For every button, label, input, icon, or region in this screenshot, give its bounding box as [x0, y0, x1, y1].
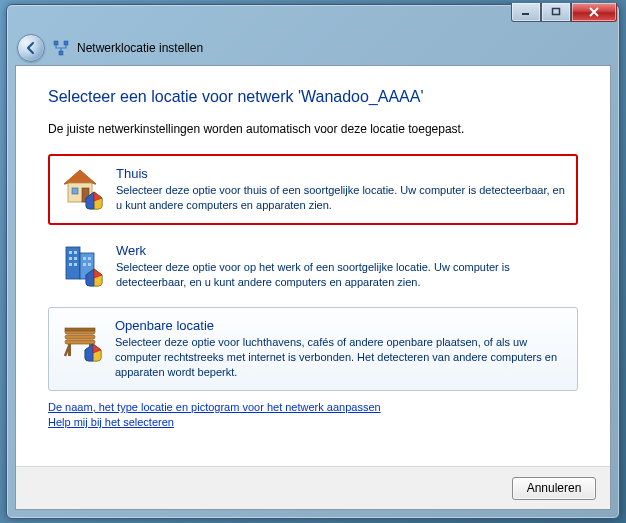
option-home[interactable]: Thuis Selecteer deze optie voor thuis of…: [48, 154, 578, 225]
svg-rect-10: [66, 247, 80, 279]
minimize-button[interactable]: [511, 3, 541, 22]
maximize-icon: [551, 7, 561, 17]
svg-rect-20: [83, 263, 86, 266]
svg-rect-3: [64, 41, 68, 45]
link-customize[interactable]: De naam, het type locatie en pictogram v…: [48, 401, 578, 413]
option-public[interactable]: Openbare locatie Selecteer deze optie vo…: [48, 307, 578, 391]
svg-rect-12: [69, 251, 72, 254]
svg-rect-1: [553, 9, 560, 15]
svg-rect-15: [74, 257, 77, 260]
window-controls: [511, 3, 617, 22]
close-button[interactable]: [571, 3, 617, 22]
svg-rect-24: [65, 340, 95, 344]
option-work[interactable]: Werk Selecteer deze optie voor op het we…: [48, 231, 578, 302]
dialog-window: Netwerklocatie instellen Selecteer een l…: [6, 4, 620, 519]
svg-rect-17: [74, 263, 77, 266]
links-section: De naam, het type locatie en pictogram v…: [48, 401, 578, 428]
option-public-title: Openbare locatie: [115, 318, 567, 333]
option-home-title: Thuis: [116, 166, 566, 181]
option-work-desc: Selecteer deze optie voor op het werk of…: [116, 260, 566, 290]
header-title: Netwerklocatie instellen: [77, 41, 203, 55]
minimize-icon: [521, 7, 531, 17]
svg-rect-19: [88, 257, 91, 260]
svg-rect-2: [54, 41, 58, 45]
content-panel: Selecteer een locatie voor netwerk 'Wana…: [15, 65, 611, 510]
svg-rect-0: [522, 13, 529, 15]
link-help[interactable]: Help mij bij het selecteren: [48, 416, 578, 428]
back-arrow-icon: [24, 41, 38, 55]
svg-rect-14: [69, 257, 72, 260]
option-work-title: Werk: [116, 243, 566, 258]
svg-rect-16: [69, 263, 72, 266]
cancel-button[interactable]: Annuleren: [512, 477, 596, 500]
svg-marker-6: [64, 170, 96, 184]
svg-rect-4: [59, 51, 63, 55]
close-icon: [588, 7, 600, 17]
dialog-footer: Annuleren: [16, 466, 610, 509]
work-icon: [60, 243, 104, 287]
header-bar: Netwerklocatie instellen: [13, 33, 613, 63]
titlebar: [7, 5, 619, 33]
home-icon: [60, 166, 104, 210]
network-icon: [53, 40, 69, 56]
svg-rect-8: [72, 188, 78, 194]
svg-rect-23: [65, 335, 95, 339]
maximize-button[interactable]: [541, 3, 571, 22]
svg-rect-18: [83, 257, 86, 260]
svg-rect-13: [74, 251, 77, 254]
back-button[interactable]: [17, 34, 45, 62]
svg-rect-21: [88, 263, 91, 266]
svg-rect-25: [65, 328, 95, 331]
page-title: Selecteer een locatie voor netwerk 'Wana…: [48, 88, 578, 106]
option-home-desc: Selecteer deze optie voor thuis of een s…: [116, 183, 566, 213]
option-public-desc: Selecteer deze optie voor luchthavens, c…: [115, 335, 567, 380]
page-subtitle: De juiste netwerkinstellingen worden aut…: [48, 122, 578, 136]
public-icon: [59, 318, 103, 362]
